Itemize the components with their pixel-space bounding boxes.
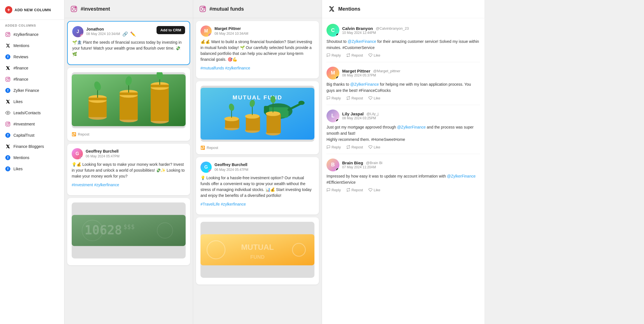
- svg-rect-20: [88, 98, 107, 100]
- repost-button[interactable]: Repost: [346, 145, 363, 149]
- svg-point-8: [7, 123, 9, 125]
- reply-button[interactable]: Reply: [326, 188, 341, 192]
- repost-label: Repost: [351, 145, 363, 149]
- sidebar-item-reviews[interactable]: f Reviews: [0, 51, 64, 62]
- svg-point-12: [75, 7, 76, 8]
- sidebar-items-list: #zylkerfinance Mentions f Reviews #finan…: [0, 29, 64, 174]
- repost-button[interactable]: Repost: [346, 188, 363, 192]
- repost-label[interactable]: Repost: [78, 132, 89, 136]
- investment-card-1: J Jonathon 08 May 2024 10:34AM 🔗 ✏️: [67, 21, 190, 65]
- mention-handle: @Marget_pittner: [373, 69, 400, 73]
- sidebar-item-label: Reviews: [13, 55, 28, 59]
- reply-label: Reply: [332, 96, 341, 100]
- sidebar-item-finance2[interactable]: #finance: [0, 74, 64, 85]
- x-icon: [5, 65, 11, 71]
- mentions-column-title: Mentions: [338, 6, 360, 12]
- mention-text: Big thanks to @ZylkerFinance for helping…: [326, 81, 480, 94]
- mention-user-row: B Brain Bieg @Brain Bi 07 May 2024 11:20…: [326, 158, 480, 171]
- repost-button[interactable]: Repost: [346, 53, 363, 57]
- card-user: G Geoffrey Burchell 06 May 2024 05:47PM: [200, 162, 248, 173]
- sidebar-item-leads[interactable]: Leads/Contacts: [0, 107, 64, 118]
- repost-label[interactable]: Repost: [207, 146, 218, 150]
- reply-button[interactable]: Reply: [326, 145, 341, 149]
- facebook-icon: f: [5, 155, 11, 160]
- sidebar-item-mentions2[interactable]: f Mentions: [0, 152, 64, 163]
- edit-icon: ✏️: [130, 31, 136, 37]
- reply-button[interactable]: Reply: [326, 96, 341, 100]
- mentions-column: Mentions C Calvin Branyon @Calvinbranyo: [322, 0, 484, 324]
- x-icon: [5, 144, 11, 149]
- instagram-icon: [5, 76, 11, 82]
- mutualfunds-card-1: M Marget Pittner 08 May 2024 10:34AM 💰💰 …: [196, 21, 319, 78]
- sidebar-item-zylker-finance[interactable]: f Zylker Finance: [0, 85, 64, 96]
- svg-point-38: [81, 158, 82, 158]
- sidebar-item-capitaltrust[interactable]: f CapitalTrust: [0, 130, 64, 141]
- sidebar-item-label: Mentions: [13, 43, 29, 48]
- card-username: Geoffrey Burchell: [86, 149, 120, 153]
- card-user: J Jonathon 08 May 2024 10:34AM 🔗 ✏️: [72, 26, 136, 37]
- card-image-coins: [72, 72, 186, 128]
- mention-name: Marget Pittner: [342, 69, 370, 73]
- card-image-mutual: MUTUAL FUND: [200, 86, 314, 142]
- card-time: 08 May 2024 10:34AM: [214, 32, 248, 36]
- svg-rect-25: [120, 92, 138, 95]
- mention-actions: Reply Repost Like: [326, 53, 480, 57]
- sidebar-item-label: #Investment: [13, 122, 35, 126]
- sidebar-item-label: #finance: [13, 77, 28, 81]
- sidebar-item-investment[interactable]: #Investment: [0, 118, 64, 130]
- mentions-column-header: Mentions: [322, 0, 484, 18]
- svg-point-72: [210, 171, 211, 172]
- card-hashtags: #TravelLife #zylkerfinance: [200, 201, 314, 207]
- add-new-column-button[interactable]: + ADD NEW COLUMN: [0, 0, 64, 20]
- sidebar-item-zylkerfinance[interactable]: #zylkerfinance: [0, 29, 64, 40]
- card-text: 🌱🏦 Plant the seeds of financial success …: [72, 39, 185, 57]
- mention-name: Lily Jaspal: [342, 111, 364, 116]
- like-button[interactable]: Like: [368, 188, 380, 192]
- svg-point-9: [9, 123, 9, 123]
- mention-time: 08 May 2024 03:25PM: [342, 116, 379, 120]
- mention-actions: Reply Repost Like: [326, 145, 480, 149]
- sidebar-item-likes2[interactable]: f Likes: [0, 163, 64, 174]
- facebook-icon: f: [5, 54, 11, 60]
- sidebar-item-label: Likes: [13, 99, 23, 104]
- sidebar-item-finance1[interactable]: #finance: [0, 62, 64, 74]
- facebook-icon: f: [5, 166, 11, 172]
- x-icon: [5, 99, 11, 104]
- add-to-crm-button[interactable]: Add to CRM: [157, 26, 185, 34]
- mention-text: Just got my mortgage approved through @Z…: [326, 124, 480, 143]
- facebook-icon: f: [5, 88, 11, 93]
- investment-column: #investment J Jonathon: [64, 0, 193, 324]
- mention-time: 10 May 2024 12:44PM: [342, 31, 409, 35]
- card-user: M Marget Pittner 08 May 2024 10:34AM: [200, 25, 248, 37]
- like-button[interactable]: Like: [368, 53, 380, 57]
- sidebar-item-label: Zylker Finance: [13, 88, 39, 93]
- mention-name: Brain Bieg: [342, 160, 363, 165]
- avatar: C: [326, 24, 339, 37]
- svg-text:FUND: FUND: [250, 254, 265, 260]
- card-text: 💡💰 Looking for ways to make your money w…: [72, 162, 186, 179]
- repost-icon: 🔁: [200, 146, 205, 150]
- instagram-icon: [5, 32, 11, 37]
- like-label: Like: [374, 53, 380, 57]
- mention-actions: Reply Repost Like: [326, 96, 480, 100]
- card-header: M Marget Pittner 08 May 2024 10:34AM: [200, 25, 314, 37]
- card-username: Geoffrey Burchell: [214, 162, 248, 167]
- mutualfunds-column-body: M Marget Pittner 08 May 2024 10:34AM 💰💰 …: [193, 18, 322, 324]
- like-button[interactable]: Like: [368, 96, 380, 100]
- sidebar-item-label: Mentions: [13, 155, 29, 160]
- sidebar-item-finance-bloggers[interactable]: Finance Bloggers: [0, 141, 64, 152]
- like-label: Like: [374, 145, 380, 149]
- like-button[interactable]: Like: [368, 145, 380, 149]
- x-icon: [5, 43, 11, 48]
- svg-point-4: [7, 78, 9, 80]
- reply-button[interactable]: Reply: [326, 53, 341, 57]
- svg-rect-67: [267, 114, 281, 133]
- card-meta-row: 08 May 2024 10:34AM 🔗 ✏️: [86, 31, 136, 37]
- mention-name-row: Brain Bieg @Brain Bi: [342, 160, 382, 165]
- repost-label: Repost: [351, 96, 363, 100]
- add-icon: +: [5, 6, 12, 13]
- mentions-body: C Calvin Branyon @Calvinbranyon_23 10 Ma…: [322, 18, 484, 324]
- sidebar-item-likes1[interactable]: Likes: [0, 96, 64, 107]
- repost-button[interactable]: Repost: [346, 96, 363, 100]
- sidebar-item-mentions1[interactable]: Mentions: [0, 40, 64, 51]
